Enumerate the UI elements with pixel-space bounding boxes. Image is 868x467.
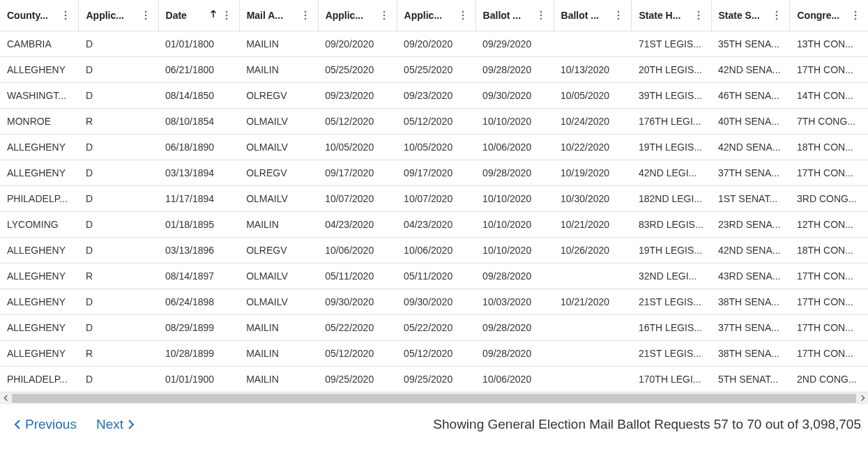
column-menu-icon[interactable] (379, 10, 390, 20)
table-row[interactable]: ALLEGHENYD03/13/1894OLREGV09/17/202009/1… (0, 160, 868, 185)
table-cell (554, 340, 632, 366)
table-row[interactable]: ALLEGHENYR08/14/1897OLMAILV05/11/202005/… (0, 263, 868, 289)
svg-point-10 (304, 14, 306, 16)
table-cell: OLMAILV (239, 263, 318, 289)
table-row[interactable]: PHILADELP...D01/01/1900MAILIN09/25/20200… (0, 366, 868, 392)
table-cell: D (79, 366, 158, 392)
table-cell: 40TH SENA... (711, 108, 790, 134)
table-cell: 10/06/2020 (318, 237, 397, 263)
table-cell: 11/17/1894 (158, 185, 239, 211)
column-menu-icon[interactable] (457, 10, 469, 20)
table-cell: 1ST SENAT... (711, 185, 790, 211)
table-row[interactable]: ALLEGHENYD06/24/1898OLMAILV09/30/202009/… (0, 289, 868, 314)
table-cell: R (79, 108, 158, 134)
next-label: Next (96, 417, 123, 432)
table-cell: 43RD SENA... (711, 263, 790, 289)
column-header[interactable]: Congre... (790, 0, 868, 31)
table-cell: 23RD SENA... (711, 211, 790, 237)
column-header[interactable]: Applic... (79, 0, 158, 31)
column-header[interactable]: State H... (632, 0, 711, 31)
column-menu-icon[interactable] (613, 10, 624, 20)
table-cell: 37TH SENA... (711, 160, 790, 185)
table-cell: 05/12/2020 (318, 108, 397, 134)
table-cell: WASHINGT... (0, 82, 79, 108)
svg-point-13 (383, 14, 385, 16)
table-cell: MONROE (0, 108, 79, 134)
table-cell: OLREGV (239, 237, 318, 263)
scroll-left-button[interactable] (0, 392, 12, 404)
table-cell: 7TH CONG... (790, 108, 868, 134)
status-text: Showing General Election Mail Ballot Req… (433, 417, 861, 432)
horizontal-scrollbar[interactable] (0, 392, 868, 404)
table-cell: 170TH LEGI... (632, 366, 711, 392)
previous-button[interactable]: Previous (14, 417, 77, 432)
table-row[interactable]: ALLEGHENYD03/13/1896OLREGV10/06/202010/0… (0, 237, 868, 263)
table-cell: 08/10/1854 (158, 108, 239, 134)
table-row[interactable]: ALLEGHENYD06/18/1890OLMAILV10/05/202010/… (0, 134, 868, 160)
table-row[interactable]: LYCOMINGD01/18/1895MAILIN04/23/202004/23… (0, 211, 868, 237)
table-cell: 182ND LEGI... (632, 185, 711, 211)
svg-point-6 (225, 10, 227, 13)
table-cell (554, 31, 632, 56)
table-cell: 06/24/1898 (158, 289, 239, 314)
column-header-label: Applic... (326, 10, 374, 21)
column-header[interactable]: Ballot ... (554, 0, 632, 31)
column-menu-icon[interactable] (771, 10, 782, 20)
table-row[interactable]: ALLEGHENYR10/28/1899MAILIN05/12/202005/1… (0, 340, 868, 366)
column-header[interactable]: Mail A... (239, 0, 318, 31)
column-menu-icon[interactable] (60, 10, 71, 20)
svg-point-2 (65, 17, 67, 20)
svg-point-4 (144, 14, 146, 16)
column-menu-icon[interactable] (221, 10, 232, 20)
column-header[interactable]: State S... (711, 0, 790, 31)
table-row[interactable]: ALLEGHENYD06/21/1800MAILIN05/25/202005/2… (0, 56, 868, 82)
scroll-right-button[interactable] (856, 392, 868, 404)
column-menu-icon[interactable] (140, 10, 151, 20)
next-button[interactable]: Next (96, 417, 135, 432)
pager: Previous Next (14, 417, 135, 432)
column-header[interactable]: Date (158, 0, 239, 31)
data-grid: County...Applic...DateMail A...Applic...… (0, 0, 868, 392)
table-row[interactable]: CAMBRIAD01/01/1800MAILIN09/20/202009/20/… (0, 31, 868, 56)
table-cell: D (79, 314, 158, 340)
table-cell: OLMAILV (239, 108, 318, 134)
table-row[interactable]: PHILADELP...D11/17/1894OLMAILV10/07/2020… (0, 185, 868, 211)
svg-point-29 (776, 17, 778, 20)
column-header-label: Ballot ... (561, 10, 609, 21)
scrollbar-thumb[interactable] (12, 394, 856, 403)
table-cell: 17TH CON... (790, 314, 868, 340)
table-row[interactable]: MONROER08/10/1854OLMAILV05/12/202005/12/… (0, 108, 868, 134)
table-cell: 04/23/2020 (318, 211, 397, 237)
table-cell: 08/14/1897 (158, 263, 239, 289)
table-cell: 09/28/2020 (475, 160, 554, 185)
table-cell: 01/18/1895 (158, 211, 239, 237)
column-menu-icon[interactable] (300, 10, 311, 20)
column-header[interactable]: County... (0, 0, 79, 31)
table-cell: OLMAILV (239, 185, 318, 211)
table-cell: 05/22/2020 (397, 314, 475, 340)
table-cell: 05/25/2020 (397, 56, 475, 82)
column-header[interactable]: Applic... (397, 0, 475, 31)
table-cell: ALLEGHENY (0, 314, 79, 340)
table-cell: 05/22/2020 (318, 314, 397, 340)
table-cell: 10/13/2020 (554, 56, 632, 82)
column-menu-icon[interactable] (535, 10, 547, 20)
table-cell: 12TH CON... (790, 211, 868, 237)
chevron-left-icon (14, 419, 21, 430)
previous-label: Previous (25, 417, 77, 432)
table-cell: R (79, 263, 158, 289)
column-header[interactable]: Applic... (318, 0, 397, 31)
svg-point-27 (776, 10, 778, 13)
table-cell: 37TH SENA... (711, 314, 790, 340)
column-menu-icon[interactable] (850, 10, 861, 20)
table-row[interactable]: ALLEGHENYD08/29/1899MAILIN05/22/202005/2… (0, 314, 868, 340)
table-cell: MAILIN (239, 31, 318, 56)
table-cell: 09/23/2020 (318, 82, 397, 108)
table-row[interactable]: WASHINGT...D08/14/1850OLREGV09/23/202009… (0, 82, 868, 108)
table-cell: 14TH CON... (790, 82, 868, 108)
column-header[interactable]: Ballot ... (475, 0, 554, 31)
column-menu-icon[interactable] (693, 10, 704, 20)
table-cell: D (79, 82, 158, 108)
table-cell: 13TH CON... (790, 31, 868, 56)
column-header-label: State S... (719, 10, 768, 21)
